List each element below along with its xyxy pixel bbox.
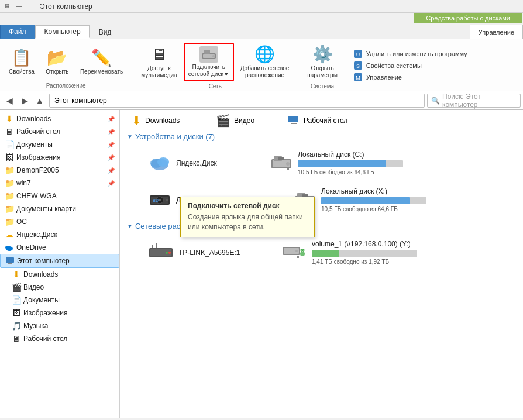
search-bar[interactable]: 🔍 Поиск: Этот компьютер	[427, 94, 521, 108]
qa-video[interactable]: 🎬 Видео	[211, 111, 281, 129]
local-x-info: Локальный диск (X:) 10,5 ГБ свободно из …	[321, 187, 436, 212]
sidebar-item-label: win7	[16, 179, 31, 187]
svg-rect-38	[150, 249, 171, 256]
title-bar-icons: 🖥 — □	[2, 2, 35, 11]
media-access-button[interactable]: 🖥 Доступ кмультимедиа	[137, 42, 181, 82]
network-chevron: ▼	[127, 223, 133, 229]
qa-desktop[interactable]: Рабочий стол	[284, 112, 389, 129]
sidebar-item-onedrive[interactable]: OneDrive	[0, 241, 119, 254]
sidebar-item-label: Этот компьютер	[17, 257, 70, 265]
tab-computer[interactable]: Компьютер	[35, 25, 90, 39]
desktop-pc-icon: 🖥	[12, 334, 21, 343]
restore-icon[interactable]: □	[26, 2, 35, 11]
nav-arrows: ◀ ▶ ▲	[2, 94, 47, 108]
sidebar-item-label: Яндекс.Диск	[16, 230, 57, 239]
svg-text:U: U	[356, 51, 360, 57]
volume-y-bar	[312, 250, 339, 257]
up-button[interactable]: ▲	[33, 94, 47, 108]
sidebar-item-label: Документы кварти	[16, 205, 76, 213]
sidebar-item-downloads-top[interactable]: ⬇ Downloads 📌	[0, 112, 119, 125]
sidebar-item-documents-kvarti[interactable]: 📁 Документы кварти	[0, 202, 119, 215]
uninstall-button[interactable]: U Удалить или изменить программу	[351, 48, 470, 60]
title-bar: 🖥 — □ Этот компьютер	[0, 0, 523, 13]
sidebar-item-label: Downloads	[16, 115, 51, 123]
sidebar-item-os[interactable]: 📁 ОС	[0, 215, 119, 228]
sidebar-item-video[interactable]: 🎬 Видео	[0, 281, 119, 294]
docs-pc-icon: 📄	[12, 295, 21, 305]
search-placeholder: Поиск: Этот компьютер	[442, 92, 517, 109]
forward-button[interactable]: ▶	[18, 94, 32, 108]
sidebar-item-music[interactable]: 🎵 Музыка	[0, 319, 119, 332]
svg-rect-15	[291, 123, 297, 124]
properties-icon: 📋	[11, 48, 32, 67]
sidebar-item-images[interactable]: 🖼 Изображения 📌	[0, 151, 119, 164]
yandex-disk-item[interactable]: Яндекс.Диск	[143, 147, 260, 179]
network-grid: TP-LINK_A5695E:1	[120, 234, 523, 271]
properties-button[interactable]: 📋 Свойства	[5, 45, 39, 78]
window-icon: 🖥	[2, 2, 12, 11]
music-icon: 🎵	[12, 321, 21, 331]
sidebar-item-yandex[interactable]: ☁ Яндекс.Диск	[0, 228, 119, 241]
svg-rect-22	[278, 157, 284, 160]
ribbon-group-network: 🖥 Доступ кмультимедиа Подключитьсетевой …	[132, 42, 298, 89]
sidebar-item-demonf2005[interactable]: 📁 DemonF2005 📌	[0, 164, 119, 177]
sidebar-item-docs-pc[interactable]: 📄 Документы	[0, 294, 119, 307]
rename-button[interactable]: ✏️ Переименовать	[76, 45, 127, 78]
svg-point-18	[157, 157, 169, 167]
sidebar-item-label: CHEW WGA	[16, 192, 57, 200]
svg-rect-2	[204, 50, 210, 54]
ribbon-group-system: ⚙️ Открытьпараметры Система U Удалить ил…	[298, 42, 479, 89]
sidebar-item-this-pc[interactable]: Этот компьютер	[0, 254, 119, 268]
uninstall-icon: U	[353, 49, 363, 58]
sidebar-item-downloads-pc[interactable]: ⬇ Downloads	[0, 268, 119, 281]
qa-desktop-icon	[288, 114, 300, 128]
pin-icon: 📌	[108, 180, 115, 187]
tab-file[interactable]: Файл	[0, 25, 35, 39]
svg-rect-29	[166, 199, 168, 201]
chew-wga-icon: 📁	[5, 191, 14, 201]
tooltip-title: Подключить сетевой диск	[188, 202, 307, 210]
local-c-icon	[270, 153, 293, 174]
devices-label: Устройства и диски (7)	[135, 132, 215, 141]
svg-point-47	[300, 252, 305, 256]
yandex-icon: ☁	[5, 230, 14, 239]
ribbon-tab-area: Файл Компьютер Вид Средства работы с дис…	[0, 13, 523, 39]
open-button[interactable]: 📂 Открыть	[41, 45, 74, 78]
qa-downloads[interactable]: ⬇ Downloads	[127, 111, 209, 129]
tab-manage[interactable]: Управление	[470, 25, 523, 39]
images-icon: 🖼	[5, 153, 14, 162]
add-network-button[interactable]: 🌐 Добавить сетевоерасположение	[236, 42, 294, 82]
yandex-disk-drive-icon	[148, 152, 171, 175]
manage-icon: M	[353, 73, 363, 82]
status-bar: 7 элементов	[0, 418, 523, 420]
qa-video-icon: 🎬	[216, 113, 230, 128]
sidebar-item-desktop[interactable]: 🖥 Рабочий стол 📌	[0, 125, 119, 138]
open-settings-button[interactable]: ⚙️ Открытьпараметры	[303, 42, 342, 82]
volume-y-item[interactable]: volume_1 (\\192.168.0.100) (Y:) 1,41 ТБ …	[277, 236, 441, 268]
media-icon: 🖥	[151, 44, 167, 64]
sidebar-item-images-pc[interactable]: 🖼 Изображения	[0, 307, 119, 319]
system-props-button[interactable]: S Свойства системы	[351, 60, 470, 71]
minimize-icon[interactable]: —	[14, 2, 23, 11]
sidebar-item-chew-wga[interactable]: 📁 CHEW WGA	[0, 190, 119, 202]
sidebar-item-label: ОС	[16, 218, 27, 226]
settings-icon: ⚙️	[312, 44, 333, 64]
svg-rect-34	[302, 194, 308, 197]
manage-button[interactable]: M Управление	[351, 71, 470, 83]
devices-section-header[interactable]: ▼ Устройства и диски (7)	[120, 129, 523, 144]
local-c-item[interactable]: Локальный диск (C:) 10,5 ГБ свободно из …	[265, 147, 417, 179]
tab-view[interactable]: Вид	[90, 25, 121, 39]
sidebar-item-documents[interactable]: 📄 Документы 📌	[0, 138, 119, 151]
images-pc-icon: 🖼	[12, 308, 21, 318]
address-path: Этот компьютер	[54, 97, 107, 105]
tp-link-item[interactable]: TP-LINK_A5695E:1	[143, 236, 272, 268]
onedrive-icon	[5, 243, 14, 252]
sidebar-item-desktop-pc[interactable]: 🖥 Рабочий стол	[0, 332, 119, 345]
map-drive-button[interactable]: Подключитьсетевой диск▼	[184, 43, 234, 81]
sidebar-item-win7[interactable]: 📁 win7 📌	[0, 177, 119, 190]
svg-point-28	[159, 199, 161, 201]
back-button[interactable]: ◀	[2, 94, 16, 108]
svg-rect-13	[8, 263, 12, 264]
search-icon: 🔍	[431, 97, 440, 105]
address-bar[interactable]: Этот компьютер	[49, 94, 425, 108]
